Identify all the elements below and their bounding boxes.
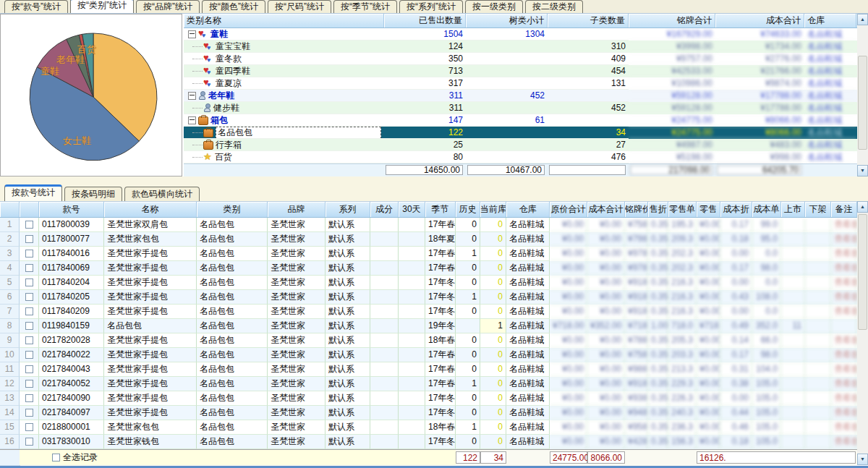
tree-row[interactable]: 童四季鞋713454¥42533.00¥21766.00名品鞋城 xyxy=(184,65,868,77)
table-row[interactable]: 40117840069圣梵世家手提包名品包包圣梵世家默认系17年春00名品鞋城¥… xyxy=(0,261,857,276)
grid-col-header-stock[interactable]: 当前库 xyxy=(480,202,506,217)
tree-col-header-1[interactable]: 已售出数量 xyxy=(384,14,466,27)
tree-scrollbar[interactable]: ▲ ▼ xyxy=(857,14,868,176)
table-row[interactable]: 50117840204圣梵世家手提包名品包包圣梵世家默认系17年冬00名品鞋城¥… xyxy=(0,276,857,290)
grid-col-header-m3[interactable]: 铭牌价 xyxy=(625,202,648,217)
tree-col-header-6[interactable]: 仓库 xyxy=(804,14,856,27)
table-row[interactable]: 160317830010圣梵世家钱包名品包包圣梵世家默认系17年冬00名品鞋城¥… xyxy=(0,435,857,449)
table-row[interactable]: 60117840205圣梵世家手提包名品包包圣梵世家默认系17年冬10名品鞋城¥… xyxy=(0,290,857,305)
tree-col-header-0[interactable]: 类别名称 xyxy=(184,14,384,27)
row-checkbox[interactable] xyxy=(25,221,33,229)
table-row[interactable]: 140217840097圣梵世家手提包名品包包圣梵世家默认系17年冬00名品鞋城… xyxy=(0,406,857,420)
table-row[interactable]: 90217820028圣梵世家手提包名品包包圣梵世家默认系18年春00名品鞋城¥… xyxy=(0,333,857,348)
grid-col-header-down[interactable]: 下架 xyxy=(805,202,831,217)
grid-col-header-name[interactable]: 名称 xyxy=(104,202,197,217)
row-checkbox[interactable] xyxy=(25,336,33,344)
table-row[interactable]: 150218800001圣梵世家包包名品包包圣梵世家默认系18年春10名品鞋城¥… xyxy=(0,420,857,435)
tree-row[interactable]: 童夏凉317131¥10986.00¥9874.00名品鞋城 xyxy=(184,77,868,90)
row-checkbox[interactable] xyxy=(25,307,33,315)
tree-row[interactable]: 百货80476¥5198.00¥998.00名品鞋城 xyxy=(184,151,868,163)
grid-col-header-season[interactable]: 季节 xyxy=(425,202,456,217)
top-tab-4[interactable]: 按“尺码”统计 xyxy=(268,0,331,13)
grid-col-header-d30[interactable]: 30天 xyxy=(399,202,425,217)
grid-col-header-m7[interactable]: 成本折 xyxy=(720,202,752,217)
row-checkbox[interactable] xyxy=(25,278,33,286)
table-row[interactable]: 130217840090圣梵世家手提包名品包包圣梵世家默认系17年冬00名品鞋城… xyxy=(0,391,857,406)
table-row[interactable]: 120217840052圣梵世家手提包名品包包圣梵世家默认系17年春10名品鞋城… xyxy=(0,377,857,391)
row-checkbox[interactable] xyxy=(25,293,33,301)
top-tab-1[interactable]: 按“类别”统计 xyxy=(70,0,134,13)
bottom-tab-0[interactable]: 按款号统计 xyxy=(4,184,62,201)
select-all-checkbox[interactable] xyxy=(52,454,60,461)
top-tab-5[interactable]: 按“季节”统计 xyxy=(333,0,397,13)
grid-col-header-m2[interactable]: 成本合计 xyxy=(587,202,625,217)
tree-row[interactable]: 健步鞋311452¥59128.00¥17788.00名品鞋城 xyxy=(184,102,868,114)
row-checkbox[interactable] xyxy=(25,322,33,330)
top-tab-3[interactable]: 按“颜色”统计 xyxy=(202,0,265,13)
tree-row[interactable]: 行李箱2527¥4987.00¥483.00名品鞋城 xyxy=(184,139,868,151)
scroll-up-button[interactable]: ▲ xyxy=(857,14,868,25)
row-checkbox[interactable] xyxy=(25,409,33,417)
table-row[interactable]: 110217840043圣梵世家手提包名品包包圣梵世家默认系17年春00名品鞋城… xyxy=(0,362,857,377)
bottom-tab-1[interactable]: 按条码明细 xyxy=(64,187,122,201)
grid-col-header-m6[interactable]: 零售 xyxy=(697,202,720,217)
grid-col-header-note[interactable]: 备注 xyxy=(831,202,857,217)
scrollbar-thumb[interactable] xyxy=(858,214,867,330)
collapse-box[interactable] xyxy=(188,30,196,38)
table-row[interactable]: 30117840016圣梵世家手提包名品包包圣梵世家默认系17年春10名品鞋城¥… xyxy=(0,247,857,261)
cell-down xyxy=(805,362,831,377)
grid-scrollbar[interactable]: ▲ ▼ xyxy=(857,201,868,465)
tree-row[interactable]: 童宝宝鞋124310¥3998.00¥1734.00名品鞋城 xyxy=(184,41,868,53)
grid-col-header-m4[interactable]: 售折 xyxy=(648,202,668,217)
grid-col-header-series[interactable]: 系列 xyxy=(326,202,370,217)
tree-col-header-2[interactable]: 树类小计 xyxy=(466,14,548,27)
scroll-up-button[interactable]: ▲ xyxy=(857,201,868,213)
row-checkbox[interactable] xyxy=(25,365,33,373)
row-checkbox[interactable] xyxy=(25,250,33,258)
table-row[interactable]: 70117840209圣梵世家手提包名品包包圣梵世家默认系17年冬00名品鞋城¥… xyxy=(0,305,857,319)
top-tab-7[interactable]: 按一级类别 xyxy=(465,0,523,13)
tree-row[interactable]: 童鞋15041304¥167929.00¥74633.00名品鞋城 xyxy=(184,28,868,41)
top-tab-6[interactable]: 按“系列”统计 xyxy=(399,0,463,13)
row-checkbox[interactable] xyxy=(25,380,33,388)
collapse-box[interactable] xyxy=(188,92,196,100)
tree-row[interactable]: 名品包包12234¥24775.00¥8066.00名品鞋城 xyxy=(184,127,868,139)
table-row[interactable]: 10117800039圣梵世家双肩包名品包包圣梵世家默认系17年春00名品鞋城¥… xyxy=(0,218,857,232)
collapse-box[interactable] xyxy=(188,116,196,124)
grid-col-header-hist[interactable]: 历史 xyxy=(456,202,480,217)
tree-row[interactable]: 老年鞋311452¥59128.00¥17788.00名品鞋城 xyxy=(184,90,868,102)
scroll-down-button[interactable]: ▼ xyxy=(857,454,868,465)
grid-col-header-cat[interactable]: 类别 xyxy=(197,202,268,217)
grid-col-header-store[interactable]: 仓库 xyxy=(506,202,550,217)
table-row[interactable]: 80119840159名品包包名品包包圣梵世家默认系19年冬1名品鞋城¥718.… xyxy=(0,319,857,333)
bottom-tab-2[interactable]: 款色码横向统计 xyxy=(124,187,200,201)
top-tab-8[interactable]: 按二级类别 xyxy=(525,0,583,13)
scroll-down-button[interactable]: ▼ xyxy=(857,165,868,176)
grid-col-header-m5[interactable]: 零售单 xyxy=(668,202,697,217)
row-checkbox[interactable] xyxy=(25,264,33,272)
scrollbar-thumb[interactable] xyxy=(858,56,867,150)
tree-col-header-3[interactable]: 子类数量 xyxy=(548,14,629,27)
top-tab-0[interactable]: 按“款号”统计 xyxy=(4,0,68,13)
grid-col-header-m8[interactable]: 成本单 xyxy=(752,202,781,217)
tree-col-header-4[interactable]: 铭牌合计 xyxy=(629,14,715,27)
grid-col-header-m1[interactable]: 原价合计 xyxy=(550,202,587,217)
tree-cell-child_cnt: 409 xyxy=(548,53,629,65)
table-row[interactable]: 100217840022圣梵世家手提包名品包包圣梵世家默认系17年春00名品鞋城… xyxy=(0,348,857,362)
grid-col-header-brand[interactable]: 品牌 xyxy=(268,202,326,217)
tree-row[interactable]: 童冬款350409¥9757.00¥2776.00名品鞋城 xyxy=(184,53,868,65)
row-checkbox[interactable] xyxy=(25,423,33,431)
tree-col-header-5[interactable]: 成本合计 xyxy=(715,14,804,27)
cell-m3: ¥798.00 xyxy=(625,232,648,247)
tree-row[interactable]: 箱包14761¥24775.00¥8066.00名品鞋城 xyxy=(184,114,868,127)
grid-col-header-comp[interactable]: 成分 xyxy=(370,202,399,217)
row-checkbox[interactable] xyxy=(25,235,33,243)
grid-col-header-up[interactable]: 上市 xyxy=(781,202,805,217)
cell-d30 xyxy=(399,391,425,406)
top-tab-2[interactable]: 按“品牌”统计 xyxy=(136,0,200,13)
row-checkbox[interactable] xyxy=(25,351,33,359)
grid-col-header-code[interactable]: 款号 xyxy=(39,202,104,217)
table-row[interactable]: 20117800077圣梵世家包包名品包包圣梵世家默认系18年夏00名品鞋城¥0… xyxy=(0,232,857,247)
row-checkbox[interactable] xyxy=(25,394,33,402)
row-checkbox[interactable] xyxy=(25,438,33,446)
